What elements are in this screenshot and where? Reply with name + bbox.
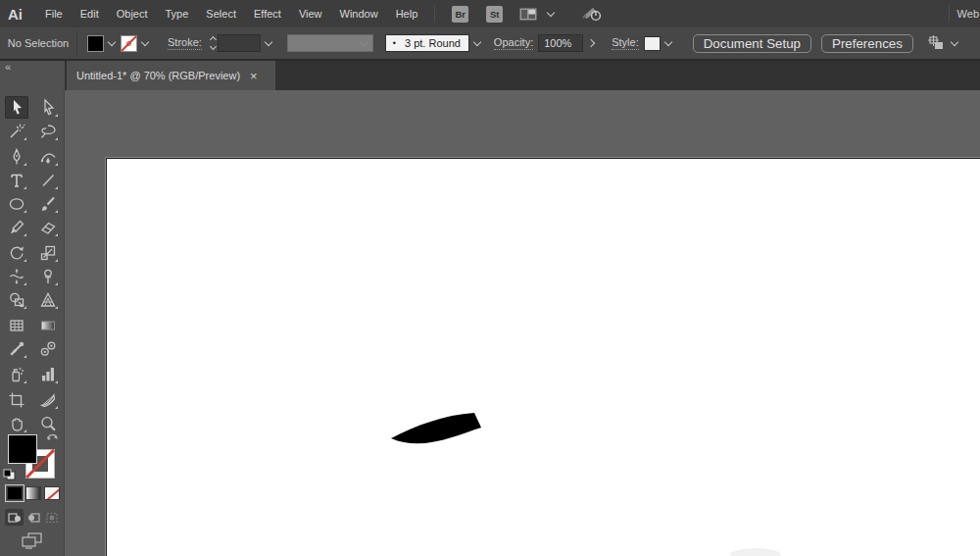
mesh-tool[interactable] (5, 314, 28, 336)
free-transform-tool[interactable] (36, 265, 60, 287)
stroke-weight-field[interactable] (218, 34, 261, 52)
shape-builder-tool[interactable] (5, 288, 28, 311)
menu-edit[interactable]: Edit (72, 0, 108, 27)
direct-selection-tool[interactable] (36, 96, 60, 119)
shaper-tool[interactable] (5, 216, 28, 238)
tool-row (0, 314, 64, 336)
draw-inside-button[interactable] (42, 509, 61, 526)
free-transform-tool-icon (38, 267, 58, 286)
artboard-tool[interactable] (5, 388, 28, 411)
default-fill-stroke-icon[interactable] (3, 469, 16, 482)
tools-panel (0, 90, 65, 556)
rotate-tool-icon (7, 243, 26, 263)
draw-behind-button[interactable] (24, 509, 42, 526)
lasso-tool-icon (38, 122, 58, 141)
none-slash-icon (121, 35, 137, 52)
tool-row (0, 120, 64, 142)
color-mode-buttons (0, 486, 65, 500)
tool-row (0, 216, 64, 238)
document-setup-button[interactable]: Document Setup (693, 34, 811, 53)
style-label[interactable]: Style: (612, 36, 639, 50)
opacity-label[interactable]: Opacity: (494, 36, 533, 50)
stroke-color-chevron-icon[interactable] (141, 38, 149, 46)
controlbar-separator (76, 31, 77, 55)
transform-panel-control[interactable] (927, 34, 963, 52)
eyedropper-tool[interactable] (5, 337, 28, 360)
control-bar: No Selection Stroke: • 3 pt. Round Opaci… (0, 27, 980, 61)
blend-tool[interactable] (36, 337, 60, 360)
perspective-grid-tool[interactable] (36, 288, 60, 311)
type-tool-icon (7, 171, 26, 190)
zoom-tool-icon (38, 414, 58, 433)
artboard-tool-icon (7, 390, 26, 410)
style-chevron-icon[interactable] (663, 38, 671, 46)
stroke-color-swatch[interactable] (121, 35, 137, 52)
tool-row (0, 145, 64, 168)
width-tool[interactable] (5, 265, 28, 287)
hand-tool-icon (7, 414, 26, 433)
stroke-weight-chevron-icon[interactable] (265, 38, 272, 46)
opacity-popup-arrow-icon[interactable] (587, 39, 595, 47)
arrange-documents-control[interactable] (519, 8, 560, 21)
style-swatch[interactable] (644, 36, 661, 51)
column-graph-tool[interactable] (36, 363, 60, 385)
column-graph-tool-icon (38, 365, 58, 384)
magic-wand-tool[interactable] (5, 120, 28, 142)
line-segment-tool-icon (38, 171, 58, 190)
scale-tool[interactable] (36, 241, 60, 264)
collapse-dock-button[interactable]: « (5, 61, 11, 73)
line-segment-tool[interactable] (36, 169, 60, 191)
menu-view[interactable]: View (290, 0, 331, 27)
preferences-button[interactable]: Preferences (821, 34, 913, 53)
faint-ellipse-shape[interactable] (730, 548, 781, 556)
fill-color-indicator[interactable] (8, 434, 37, 464)
eyedropper-tool-icon (7, 339, 26, 359)
fill-color-swatch[interactable] (87, 35, 104, 52)
black-swoosh-shape[interactable] (391, 413, 481, 443)
fill-stroke-control (0, 431, 65, 482)
shape-builder-tool-icon (7, 290, 26, 310)
draw-normal-button[interactable] (5, 509, 24, 526)
document-tab[interactable]: Untitled-1* @ 70% (RGB/Preview) × (67, 61, 275, 90)
menu-file[interactable]: File (36, 0, 72, 27)
gradient-tool[interactable] (36, 314, 60, 336)
gpu-performance-button[interactable] (581, 5, 603, 23)
menu-help[interactable]: Help (387, 0, 427, 27)
pen-tool[interactable] (5, 145, 28, 168)
ellipse-tool[interactable] (5, 192, 28, 215)
close-tab-icon[interactable]: × (250, 70, 258, 82)
change-screen-mode-button[interactable] (0, 532, 65, 549)
menu-effect[interactable]: Effect (245, 0, 290, 27)
menu-window[interactable]: Window (331, 0, 387, 27)
opacity-field[interactable]: 100% (538, 34, 583, 52)
tool-row (0, 96, 64, 119)
menu-object[interactable]: Object (108, 0, 157, 27)
type-tool[interactable] (5, 169, 28, 191)
fill-color-chevron-icon[interactable] (108, 38, 116, 46)
brush-definition-chevron-icon[interactable] (473, 38, 481, 46)
brush-definition-field[interactable]: • 3 pt. Round (385, 34, 469, 52)
curvature-tool[interactable] (36, 145, 60, 168)
menu-type[interactable]: Type (157, 0, 198, 27)
paintbrush-tool[interactable] (36, 192, 60, 215)
eraser-tool-icon (38, 218, 58, 237)
rotate-tool[interactable] (5, 241, 28, 264)
eraser-tool[interactable] (36, 216, 60, 238)
swap-fill-stroke-icon[interactable] (46, 431, 59, 445)
stroke-weight-stepper[interactable] (211, 37, 216, 49)
none-button[interactable] (44, 486, 60, 500)
gradient-tool-icon (38, 316, 58, 335)
symbol-sprayer-tool[interactable] (5, 363, 28, 385)
canvas-area[interactable] (0, 90, 980, 556)
stroke-weight-label[interactable]: Stroke: (168, 36, 202, 50)
gradient-button[interactable] (25, 486, 41, 500)
color-button[interactable] (7, 486, 23, 500)
go-to-bridge-button[interactable]: Br (452, 6, 468, 23)
selection-tool[interactable] (5, 96, 28, 119)
slice-tool[interactable] (36, 388, 60, 411)
workspace-switcher[interactable]: Web (949, 0, 980, 27)
shaper-tool-icon (7, 218, 26, 237)
adobe-stock-button[interactable]: St (486, 6, 503, 23)
lasso-tool[interactable] (36, 120, 60, 142)
menu-select[interactable]: Select (197, 0, 245, 27)
